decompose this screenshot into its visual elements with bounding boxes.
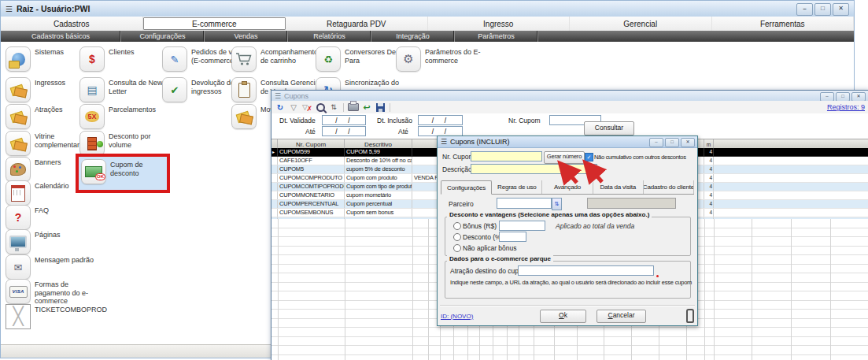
nao-aplicar-radio[interactable] xyxy=(453,244,461,252)
module-tab[interactable]: Cadastros xyxy=(1,17,143,31)
cell-extra xyxy=(412,148,438,156)
dt-validade-label: Dt. Validade xyxy=(279,117,316,124)
dt-validade-input[interactable] xyxy=(322,115,366,125)
menu-item[interactable]: Relatórios xyxy=(288,31,371,42)
cancelar-button[interactable]: Cancelar xyxy=(597,310,646,323)
cell-descritivo: Cupom com produto xyxy=(345,174,412,182)
grid-column-line xyxy=(714,219,715,360)
modal-tab[interactable]: Regras de uso xyxy=(492,180,542,194)
module-tab[interactable]: E-commerce xyxy=(143,17,286,30)
bonus-value-input[interactable] xyxy=(499,221,545,231)
bonus-radio[interactable] xyxy=(453,222,461,230)
menu-item[interactable]: Parâmetros xyxy=(455,31,538,42)
cell-descritivo: cupom mometário xyxy=(345,191,412,199)
cell-nr-cupom: CUPOM599 xyxy=(278,148,345,156)
grid-column-line xyxy=(412,219,413,360)
globe-folder-icon xyxy=(6,46,31,72)
magnifier-icon xyxy=(316,103,325,112)
menu-bar: Cadastros básicosConfiguraçõesVendasRela… xyxy=(1,31,854,42)
module-tab[interactable]: Retaguarda PDV xyxy=(286,17,428,31)
menu-hamburger-icon[interactable]: ☰ xyxy=(441,138,447,146)
cell-num: 4 xyxy=(704,174,714,182)
menu-hamburger-icon[interactable]: ☰ xyxy=(275,92,281,100)
module-tab[interactable]: Ferramentas xyxy=(712,17,855,31)
module-tab[interactable]: Gerencial xyxy=(570,17,712,31)
grid-column-line xyxy=(278,219,279,360)
grid-column-line xyxy=(345,219,345,360)
printer-icon xyxy=(348,103,359,111)
tools-icon: ⚙ xyxy=(396,46,421,72)
cell-extra xyxy=(412,157,438,165)
row-indicator xyxy=(271,157,278,165)
close-button[interactable]: ✕ xyxy=(681,138,695,147)
filter-button[interactable]: ▽ xyxy=(288,102,299,113)
grid-column-line xyxy=(830,219,831,360)
nr-cupom-input[interactable] xyxy=(471,151,542,161)
minimize-button[interactable]: – xyxy=(796,3,813,16)
print-button[interactable] xyxy=(348,102,359,113)
modal-tab[interactable]: Data da visita xyxy=(593,180,644,194)
registros-link[interactable]: Registros: 9 xyxy=(827,103,865,111)
nr-cupom-filter-label: Nr. Cupom xyxy=(508,117,541,124)
menu-item[interactable]: Integração xyxy=(371,31,455,42)
cell-num: 4 xyxy=(704,191,714,199)
paperclip-icon[interactable] xyxy=(686,309,694,323)
grid-column-line xyxy=(791,219,792,360)
parceiro-lookup-button[interactable]: ⇅ xyxy=(552,198,562,210)
missing-image-icon: ╳ xyxy=(6,304,31,329)
parceiro-input[interactable] xyxy=(497,198,552,209)
refresh-button[interactable]: ↻ xyxy=(275,102,286,113)
cell-descritivo: Desconto de 10% off no café xyxy=(345,157,412,165)
menu-item[interactable]: Cadastros básicos xyxy=(1,31,121,42)
cupons-toolbar: ↻ ▽ ▽ ✗ ⇅ ↩ xyxy=(271,101,868,114)
restore-button[interactable]: □ xyxy=(814,3,831,16)
ok-button[interactable]: Ok xyxy=(540,310,586,323)
tickets-magnifier-icon xyxy=(6,131,31,156)
consultar-button[interactable]: Consultar xyxy=(584,121,634,135)
desconto-value-input[interactable] xyxy=(499,232,526,242)
descricao-input[interactable] xyxy=(471,164,597,174)
desconto-group-title: Desconto e vantagens (Selecione apenas u… xyxy=(447,211,652,218)
search-button[interactable] xyxy=(315,102,326,113)
sort-button[interactable]: ⇅ xyxy=(328,102,339,113)
clear-filter-button[interactable]: ▽ ✗ xyxy=(301,102,312,113)
cell-num: 4 xyxy=(704,165,714,173)
gerar-numero-button[interactable]: Gerar número xyxy=(544,151,585,164)
dados-group-title: Dados para o e-commerce parque xyxy=(447,255,553,262)
dt-inclusao-input[interactable] xyxy=(418,115,463,125)
tickets-magnifier-icon xyxy=(6,104,31,129)
dt-validade-ate-input[interactable] xyxy=(322,126,366,136)
nao-cumulativo-checkbox[interactable]: ✓ xyxy=(585,153,593,161)
parceiro-label: Parceiro xyxy=(449,200,474,208)
close-button[interactable]: ✕ xyxy=(833,3,849,16)
modal-tabs: ConfiguraçõesRegras de usoAvançadoData d… xyxy=(441,180,694,195)
ate-label: Até xyxy=(398,128,408,135)
restore-button[interactable]: □ xyxy=(665,138,679,147)
cupons-titlebar: ☰ Cupons xyxy=(271,91,868,102)
row-indicator xyxy=(271,148,278,156)
row-indicator xyxy=(271,200,278,208)
row-indicator xyxy=(271,209,278,217)
atracao-input[interactable] xyxy=(518,265,654,276)
modal-tab[interactable]: Cadastro do cliente xyxy=(644,180,694,194)
cell-nr-cupom: CUPOMSEMBONUS xyxy=(278,209,345,217)
menu-item[interactable]: Configurações xyxy=(121,31,205,42)
desconto-radio[interactable] xyxy=(453,233,461,241)
menu-item[interactable]: Vendas xyxy=(205,31,288,42)
row-indicator xyxy=(271,165,278,173)
cupons-window-title: Cupons xyxy=(284,92,308,100)
cell-extra xyxy=(412,200,438,208)
convert-recycle-icon: ♻ xyxy=(316,46,341,72)
save-button[interactable] xyxy=(375,102,386,113)
menu-hamburger-icon[interactable]: ☰ xyxy=(6,5,13,13)
desconto-label: Desconto (%) xyxy=(463,233,504,241)
minimize-button[interactable]: – xyxy=(649,138,663,147)
export-button[interactable]: ↩ xyxy=(361,102,372,113)
id-novo-link[interactable]: ID: (NOVO) xyxy=(441,313,473,320)
module-tab[interactable]: Ingresso xyxy=(428,17,571,31)
cell-nr-cupom: CAFE10OFF xyxy=(278,157,345,165)
clipboard-icon xyxy=(231,77,257,102)
modal-tab[interactable]: Avançado xyxy=(542,180,593,194)
modal-tab[interactable]: Configurações xyxy=(441,180,492,195)
cell-extra xyxy=(412,191,438,199)
